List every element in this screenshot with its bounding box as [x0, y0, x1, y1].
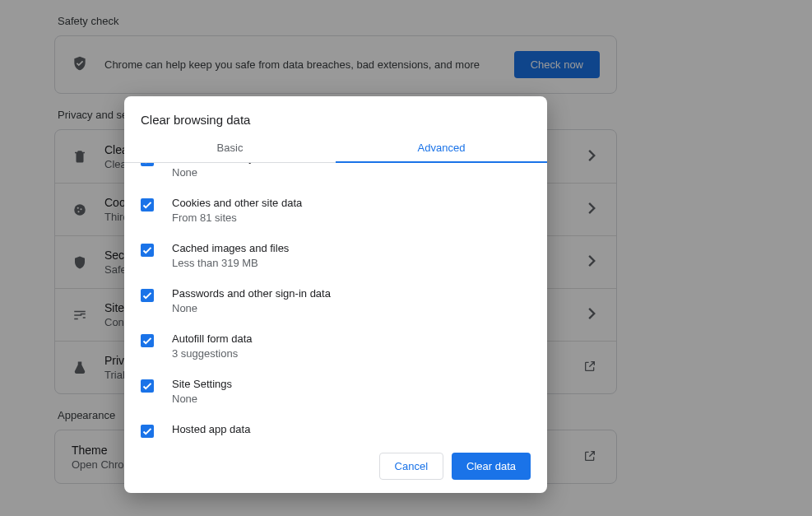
checkbox-download-history[interactable] [141, 163, 154, 166]
item-sub: None [172, 393, 232, 405]
item-autofill: Autofill form data 3 suggestions [124, 323, 547, 368]
item-download-history: Download history None [124, 163, 547, 187]
dialog-scroll-area[interactable]: Download history None Cookies and other … [124, 163, 547, 439]
clear-browsing-data-dialog: Clear browsing data Basic Advanced Downl… [124, 96, 547, 493]
item-passwords: Passwords and other sign-in data None [124, 277, 547, 323]
cancel-button[interactable]: Cancel [379, 453, 443, 480]
clear-data-button[interactable]: Clear data [452, 453, 531, 480]
item-sub: From 81 sites [172, 212, 302, 224]
checkbox-autofill[interactable] [141, 334, 154, 347]
tab-basic[interactable]: Basic [124, 142, 336, 162]
item-title: Passwords and other sign-in data [172, 287, 331, 300]
item-sub: 3 suggestions [172, 347, 253, 360]
item-sub: None [172, 166, 254, 179]
item-cached-images: Cached images and files Less than 319 MB [124, 232, 547, 277]
item-title: Hosted app data [172, 423, 259, 435]
dialog-title: Clear browsing data [124, 96, 547, 142]
dialog-tabs: Basic Advanced [124, 142, 547, 163]
tab-advanced[interactable]: Advanced [336, 142, 547, 162]
dialog-actions: Cancel Clear data [124, 439, 547, 493]
checkbox-cached-images[interactable] [141, 244, 154, 257]
checkbox-cookies[interactable] [141, 198, 154, 212]
item-title: Autofill form data [172, 332, 253, 345]
checkbox-hosted-app-data[interactable] [141, 425, 154, 438]
item-cookies: Cookies and other site data From 81 site… [124, 187, 547, 232]
item-hosted-app-data: Hosted app data 1 app (Web Store) [124, 413, 547, 439]
item-title: Cached images and files [172, 242, 289, 254]
item-site-settings: Site Settings None [124, 368, 547, 413]
item-sub: None [172, 302, 331, 314]
item-title: Site Settings [172, 378, 232, 390]
checkbox-passwords[interactable] [141, 289, 154, 302]
item-title: Download history [172, 163, 254, 164]
checkbox-site-settings[interactable] [141, 379, 154, 393]
item-title: Cookies and other site data [172, 197, 302, 209]
item-sub: Less than 319 MB [172, 257, 289, 269]
